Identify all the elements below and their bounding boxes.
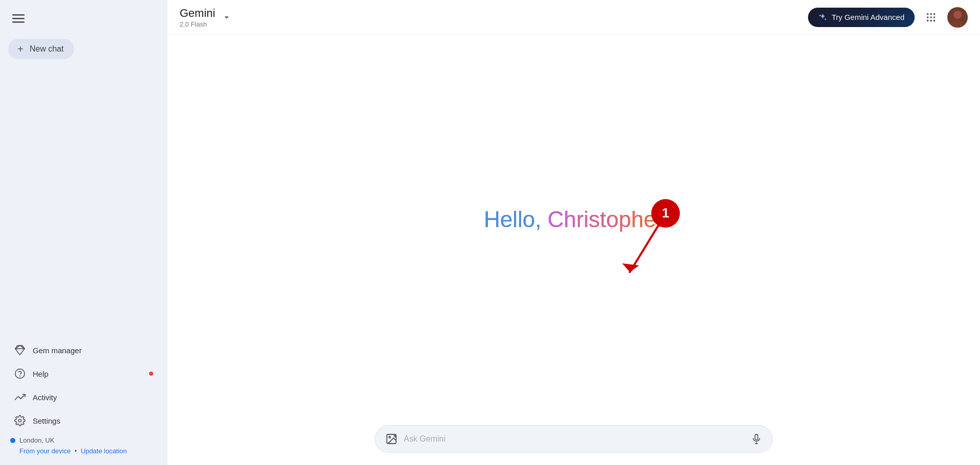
svg-rect-26	[755, 434, 758, 440]
svg-point-7	[930, 13, 932, 15]
gem-icon	[14, 345, 26, 356]
from-device-link[interactable]: From your device	[19, 447, 70, 455]
avatar[interactable]	[947, 7, 968, 28]
new-chat-label: New chat	[30, 44, 64, 54]
sidebar-item-help[interactable]: Help	[4, 362, 163, 385]
svg-point-23	[389, 436, 390, 438]
sidebar-item-settings[interactable]: Settings	[4, 409, 163, 432]
svg-point-13	[930, 19, 932, 21]
svg-point-12	[927, 19, 929, 21]
greeting-text: Hello, Christopher	[484, 207, 664, 232]
header-right: Try Gemini Advanced	[808, 7, 968, 28]
header: Gemini 2.0 Flash Try Gemini Advanced	[167, 0, 980, 35]
input-wrapper	[375, 425, 773, 453]
sidebar-item-activity[interactable]: Activity	[4, 385, 163, 409]
svg-point-14	[934, 19, 936, 21]
location-display: London, UK	[0, 432, 167, 446]
svg-point-5	[18, 419, 21, 422]
sidebar-top	[0, 0, 167, 33]
location-dot-icon	[10, 438, 15, 443]
input-add-button[interactable]	[385, 433, 398, 445]
gemini-title: Gemini	[180, 7, 215, 20]
new-chat-button[interactable]: + New chat	[8, 39, 74, 59]
separator: •	[75, 447, 77, 455]
settings-icon	[14, 415, 26, 426]
svg-line-20	[630, 226, 658, 272]
add-image-icon	[385, 433, 398, 445]
chevron-down-icon	[222, 12, 232, 22]
apps-grid-button[interactable]	[921, 7, 941, 28]
help-icon	[14, 368, 26, 379]
sidebar-item-label: Help	[33, 370, 48, 378]
avatar-image	[947, 7, 968, 28]
gemini-version: 2.0 Flash	[180, 20, 215, 28]
location-city: London, UK	[19, 436, 55, 444]
svg-point-10	[930, 16, 932, 18]
sparkle-icon	[818, 13, 827, 22]
update-location-link[interactable]: Update location	[81, 447, 127, 455]
sidebar-item-label: Activity	[33, 393, 57, 402]
try-advanced-label: Try Gemini Advanced	[831, 13, 904, 21]
svg-rect-2	[12, 21, 24, 23]
location-links: From your device • Update location	[0, 446, 167, 457]
main-content: Gemini 2.0 Flash Try Gemini Advanced	[167, 0, 980, 465]
svg-point-8	[934, 13, 936, 15]
svg-point-11	[934, 16, 936, 18]
hamburger-menu-button[interactable]	[8, 8, 29, 29]
svg-point-6	[927, 13, 929, 15]
gemini-logo-area: Gemini 2.0 Flash	[180, 7, 215, 28]
content-area: Hello, Christopher 1	[167, 35, 980, 465]
header-left: Gemini 2.0 Flash	[180, 7, 234, 28]
microphone-button[interactable]	[751, 433, 762, 445]
svg-rect-0	[12, 14, 24, 16]
svg-rect-1	[12, 18, 24, 19]
svg-point-16	[953, 11, 962, 19]
plus-icon: +	[15, 44, 26, 54]
svg-marker-21	[622, 263, 639, 272]
input-container	[375, 425, 773, 453]
sidebar-item-label: Gem manager	[33, 346, 82, 355]
ask-gemini-input[interactable]	[404, 434, 745, 444]
model-selector-button[interactable]	[219, 10, 234, 25]
greeting-name: Christopher	[548, 207, 664, 232]
notification-dot	[149, 372, 153, 376]
svg-point-3	[15, 369, 24, 378]
sidebar-item-label: Settings	[33, 417, 60, 425]
svg-point-9	[927, 16, 929, 18]
try-advanced-button[interactable]: Try Gemini Advanced	[808, 8, 915, 27]
apps-grid-icon	[925, 12, 937, 23]
greeting-hello: Hello,	[484, 207, 548, 232]
microphone-icon	[751, 433, 762, 445]
sidebar-item-gem-manager[interactable]: Gem manager	[4, 338, 163, 362]
sidebar: + New chat Gem manager Help	[0, 0, 167, 465]
sidebar-bottom-nav: Gem manager Help Activity	[0, 334, 167, 465]
activity-icon	[14, 391, 26, 403]
